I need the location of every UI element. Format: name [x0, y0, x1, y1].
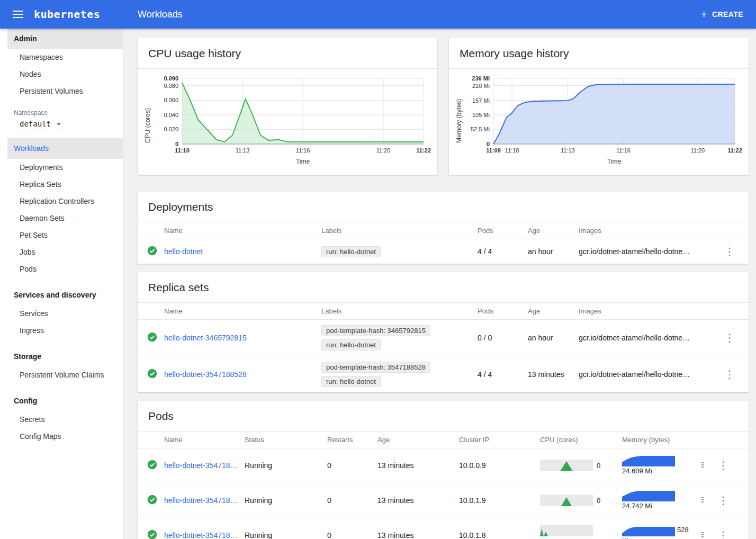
sidebar-item-workloads[interactable]: Workloads — [7, 138, 123, 159]
y-tick-label: 0.080 — [164, 83, 178, 89]
sidebar-header-services: Services and discovery — [0, 285, 123, 305]
cpu-chart-title: CPU usage history — [138, 38, 437, 68]
kebab-menu-icon[interactable]: ⋮ — [724, 332, 735, 344]
sidebar-item-deployments[interactable]: Deployments — [0, 159, 123, 176]
age: 13 minutes — [528, 356, 579, 393]
sidebar-item-jobs[interactable]: Jobs — [0, 244, 123, 260]
deployments-card: Deployments Name Labels Pods Age Images — [138, 192, 749, 264]
pod-link[interactable]: hello-dotnet-354718… — [164, 461, 238, 470]
create-button[interactable]: + CREATE — [694, 5, 756, 23]
cpu-sparkline: 0 — [540, 495, 616, 506]
col-name: Name — [164, 303, 321, 320]
cluster-ip: 10.0.1.8 — [459, 518, 540, 539]
kebab-menu-icon[interactable]: ⋮ — [718, 495, 728, 506]
app-logo: kubernetes — [34, 8, 100, 21]
x-tick-label: 11:13 — [236, 147, 250, 154]
col-memory: Memory (bytes) — [622, 432, 701, 448]
col-images: Images — [579, 303, 722, 320]
logs-icon[interactable] — [701, 461, 704, 470]
replica-set-link[interactable]: hello-dotnet-3465792815 — [164, 334, 247, 342]
x-tick-label: 11:22 — [727, 147, 742, 154]
col-cluster-ip: Cluster IP — [459, 432, 540, 448]
sidebar-item-nodes[interactable]: Nodes — [0, 66, 123, 83]
sidebar-item-daemon-sets[interactable]: Daemon Sets — [0, 210, 123, 227]
table-row: hello-dotnet-354718… Running 0 13 minute… — [138, 483, 749, 518]
cpu-x-axis-label: Time — [296, 158, 310, 165]
pods-count: 0 / 0 — [478, 320, 528, 356]
sidebar-item-services[interactable]: Services — [0, 305, 123, 322]
table-row: hello-dotnet-3547188528 pod-template-has… — [138, 356, 749, 393]
sidebar-item-persistent-volume-claims[interactable]: Persistent Volume Claims — [0, 366, 123, 383]
x-tick-label: 11:13 — [561, 147, 575, 154]
pod-link[interactable]: hello-dotnet-354718… — [164, 496, 238, 505]
sidebar-item-persistent-volumes[interactable]: Persistent Volumes — [0, 83, 123, 100]
replica-set-link[interactable]: hello-dotnet-3547188528 — [164, 370, 247, 379]
x-tick-label: 11:10 — [175, 147, 190, 154]
logs-icon[interactable] — [701, 496, 704, 505]
x-tick-label: 11:20 — [376, 147, 391, 154]
cpu-value: 0 — [597, 462, 600, 470]
pods-title: Pods — [138, 401, 749, 431]
x-tick-label: 11:16 — [616, 147, 631, 154]
memory-sparkline: 24.742 Mi — [622, 491, 677, 510]
sidebar-header-storage: Storage — [0, 346, 123, 366]
status-ok-icon — [147, 460, 157, 470]
pod-link[interactable]: hello-dotnet-354718… — [164, 531, 238, 539]
pods-table: Name Status Restarts Age Cluster IP CPU … — [138, 431, 749, 539]
age: an hour — [528, 320, 579, 356]
col-labels: Labels — [321, 303, 478, 320]
age: 13 minutes — [377, 518, 459, 539]
sidebar-item-admin[interactable]: Admin — [7, 29, 123, 49]
kebab-menu-icon[interactable]: ⋮ — [718, 460, 728, 471]
status-ok-icon — [147, 529, 157, 539]
age: an hour — [528, 239, 579, 264]
memory-x-axis-label: Time — [607, 158, 621, 165]
sidebar: Admin Namespaces Nodes Persistent Volume… — [0, 29, 123, 539]
col-age: Age — [528, 303, 579, 320]
kebab-menu-icon[interactable]: ⋮ — [718, 530, 728, 539]
sidebar-item-config-maps[interactable]: Config Maps — [0, 428, 123, 445]
x-tick-label: 11:16 — [296, 147, 310, 154]
status-ok-icon — [147, 495, 157, 505]
sidebar-header-config: Config — [0, 391, 123, 411]
sidebar-item-pet-sets[interactable]: Pet Sets — [0, 227, 123, 244]
cpu-y-axis-label: CPU (cores) — [144, 77, 151, 143]
x-tick-label: 11:09 — [486, 147, 501, 154]
cpu-sparkline: 0.017 — [540, 525, 616, 539]
sidebar-item-ingress[interactable]: Ingress — [0, 322, 123, 339]
col-images: Images — [579, 222, 722, 239]
x-tick-label: 11:20 — [690, 147, 705, 154]
cluster-ip: 10.0.1.9 — [459, 483, 540, 518]
sidebar-item-replica-sets[interactable]: Replica Sets — [0, 176, 123, 193]
images: gcr.io/dotnet-atamel/hello-dotne… — [579, 356, 722, 393]
memory-usage-card: Memory usage history Memory (bytes) Time… — [449, 38, 749, 175]
y-tick-label: 0 — [487, 141, 490, 147]
replica-sets-table: Name Labels Pods Age Images hello-dotnet… — [138, 302, 749, 392]
restarts: 0 — [327, 483, 377, 518]
col-pods: Pods — [478, 303, 528, 320]
restarts: 0 — [327, 518, 377, 539]
memory-y-axis-label: Memory (bytes) — [455, 77, 463, 143]
kebab-menu-icon[interactable]: ⋮ — [724, 369, 735, 380]
y-tick-label: 0.090 — [164, 75, 178, 82]
age: 13 minutes — [377, 483, 459, 518]
pod-status: Running — [245, 518, 327, 539]
top-app-bar: kubernetes Workloads + CREATE — [0, 0, 756, 29]
col-age: Age — [377, 432, 459, 448]
menu-icon[interactable] — [12, 8, 24, 20]
cpu-sparkline: 0 — [540, 460, 616, 471]
kebab-menu-icon[interactable]: ⋮ — [724, 246, 735, 257]
deployment-link[interactable]: hello-dotnet — [164, 247, 203, 256]
label-chip: run: hello-dotnet — [321, 376, 381, 387]
namespace-select[interactable]: default — [20, 120, 61, 130]
cpu-chart-plot — [182, 78, 424, 144]
sidebar-item-pods[interactable]: Pods — [0, 260, 123, 277]
sidebar-item-replication-controllers[interactable]: Replication Controllers — [0, 193, 123, 210]
sidebar-item-secrets[interactable]: Secrets — [0, 411, 123, 428]
y-tick-label: 210 Mi — [472, 83, 490, 89]
sidebar-item-namespaces[interactable]: Namespaces — [0, 49, 123, 66]
pods-count: 4 / 4 — [478, 239, 528, 264]
logs-icon[interactable] — [701, 531, 704, 539]
table-header-row: Name Status Restarts Age Cluster IP CPU … — [138, 432, 749, 448]
deployments-table: Name Labels Pods Age Images hello-dotnet… — [138, 222, 749, 264]
